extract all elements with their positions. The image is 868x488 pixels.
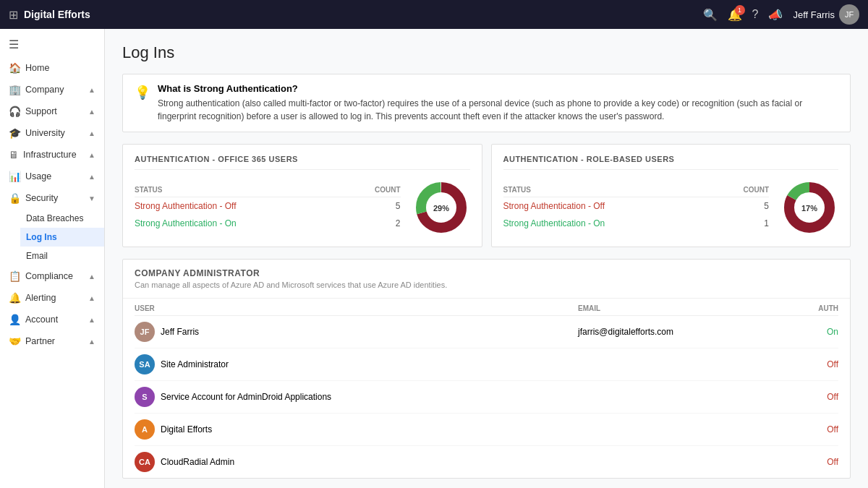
info-content: What is Strong Authentication? Strong au…: [158, 83, 838, 123]
hamburger-button[interactable]: ☰: [0, 32, 104, 57]
grid-icon: ⊞: [9, 8, 18, 22]
col-email-label: EMAIL: [578, 299, 793, 316]
compliance-icon: 📋: [9, 270, 21, 282]
avatar: JF: [135, 322, 155, 342]
user-auth: On: [793, 316, 838, 348]
col-auth-label: AUTH: [793, 299, 838, 316]
sidebar-item-infrastructure[interactable]: 🖥 Infrastructure ▲: [0, 144, 104, 166]
user-auth: Off: [793, 446, 838, 479]
auth-status-label: Strong Authentication - On: [135, 215, 346, 232]
sidebar-item-compliance[interactable]: 📋 Compliance ▲: [0, 265, 104, 287]
auth-role-inner: STATUS COUNT Strong Authentication - Off…: [503, 179, 839, 236]
col-status-label: STATUS: [135, 183, 346, 197]
sidebar-item-security[interactable]: 🔒 Security ▼: [0, 187, 104, 209]
table-row: Strong Authentication - Off 5: [503, 197, 770, 215]
company-admin-header: COMPANY ADMINISTRATOR Can manage all asp…: [123, 260, 850, 299]
auth-status-label: Strong Authentication - Off: [135, 197, 346, 215]
app-logo: ⊞ Digital Efforts: [9, 8, 90, 22]
user-auth: Off: [793, 348, 838, 381]
sidebar-item-home[interactable]: 🏠 Home: [0, 57, 104, 79]
chevron-down-icon: ▲: [88, 294, 95, 302]
user-name: CloudRadial Admin: [161, 457, 234, 467]
avatar: A: [135, 419, 155, 440]
avatar: CA: [135, 452, 155, 472]
sidebar-label-home: Home: [25, 63, 49, 73]
user-name: Digital Efforts: [161, 424, 212, 435]
col-user-label: USER: [135, 299, 578, 316]
sidebar-item-account[interactable]: 👤 Account ▲: [0, 309, 104, 330]
search-icon[interactable]: 🔍: [703, 8, 718, 22]
user-email: [578, 348, 793, 381]
help-icon[interactable]: ?: [752, 8, 759, 21]
user-email: [578, 381, 793, 414]
megaphone-icon[interactable]: 📣: [768, 8, 783, 22]
table-row: Strong Authentication - On 2: [135, 215, 401, 232]
user-name-cell: CA CloudRadial Admin: [135, 446, 578, 479]
usage-icon: 📊: [9, 171, 21, 182]
info-box: 💡 What is Strong Authentication? Strong …: [122, 74, 851, 132]
sidebar-label-account: Account: [25, 314, 58, 325]
topbar-actions: 🔍 🔔 1 ? 📣 Jeff Farris JF: [703, 4, 859, 25]
user-auth: Off: [793, 381, 838, 414]
sidebar-label-infrastructure: Infrastructure: [23, 150, 77, 160]
sidebar-item-partner[interactable]: 🤝 Partner ▲: [0, 330, 104, 352]
chevron-down-icon: ▲: [88, 273, 95, 281]
donut-chart-office365: 29%: [412, 179, 470, 236]
table-row: Strong Authentication - Off 5: [135, 197, 401, 215]
chevron-down-icon: ▲: [88, 86, 95, 94]
col-count-label: COUNT: [715, 183, 769, 197]
auth-office365-inner: STATUS COUNT Strong Authentication - Off…: [135, 179, 470, 236]
auth-cards-row: AUTHENTICATION - OFFICE 365 USERS STATUS…: [122, 144, 851, 247]
avatar: SA: [135, 354, 155, 374]
chevron-down-icon: ▲: [88, 316, 95, 324]
sidebar-item-email[interactable]: Email: [20, 247, 104, 265]
col-count-label: COUNT: [346, 183, 400, 197]
topbar: ⊞ Digital Efforts 🔍 🔔 1 ? 📣 Jeff Farris …: [0, 0, 868, 29]
sidebar-item-support[interactable]: 🎧 Support ▲: [0, 100, 104, 122]
info-title: What is Strong Authentication?: [158, 83, 838, 94]
app-title: Digital Efforts: [24, 9, 90, 20]
auth-status-label: Strong Authentication - Off: [503, 197, 715, 215]
auth-role-donut: 17%: [780, 179, 838, 236]
user-name: Service Account for AdminDroid Applicati…: [161, 392, 331, 402]
security-icon: 🔒: [9, 192, 21, 204]
sidebar-item-log-ins[interactable]: Log Ins: [20, 228, 104, 247]
sidebar-item-alerting[interactable]: 🔔 Alerting ▲: [0, 287, 104, 309]
notification-icon[interactable]: 🔔 1: [728, 8, 742, 22]
sidebar: ☰ 🏠 Home 🏢 Company ▲ 🎧 Support ▲ 🎓: [0, 29, 105, 488]
auth-role-card: AUTHENTICATION - ROLE-BASED USERS STATUS…: [491, 144, 851, 247]
auth-office365-table-wrap: STATUS COUNT Strong Authentication - Off…: [135, 183, 401, 232]
auth-count: 1: [715, 215, 769, 232]
col-status-label: STATUS: [503, 183, 715, 197]
donut-chart-role: 17%: [780, 179, 838, 236]
auth-count: 2: [346, 215, 400, 232]
user-email: [578, 414, 793, 446]
user-menu[interactable]: Jeff Farris JF: [793, 4, 859, 25]
sidebar-label-support: Support: [25, 106, 57, 116]
sidebar-item-university[interactable]: 🎓 University ▲: [0, 122, 104, 144]
company-admin-table: USER EMAIL AUTH JF Jeff Farris: [135, 299, 838, 478]
table-row: SA Site Administrator Off: [135, 348, 838, 381]
university-icon: 🎓: [9, 127, 21, 139]
sidebar-item-company[interactable]: 🏢 Company ▲: [0, 79, 104, 100]
sidebar-label-company: Company: [25, 85, 64, 95]
chevron-down-icon: ▼: [88, 194, 95, 202]
auth-count: 5: [715, 197, 769, 215]
auth-status-label: Strong Authentication - On: [503, 215, 715, 232]
user-email: jfarris@digitalefforts.com: [578, 316, 793, 348]
user-row-name: S Service Account for AdminDroid Applica…: [135, 387, 578, 407]
sidebar-label-log-ins: Log Ins: [26, 232, 57, 242]
sidebar-item-usage[interactable]: 📊 Usage ▲: [0, 166, 104, 187]
support-icon: 🎧: [9, 106, 21, 117]
table-row: CA CloudRadial Admin Off: [135, 446, 838, 479]
infrastructure-icon: 🖥: [9, 149, 19, 160]
info-icon: 💡: [135, 85, 150, 100]
auth-count: 5: [346, 197, 400, 215]
info-description: Strong authentication (also called multi…: [158, 97, 838, 123]
chevron-down-icon: ▲: [88, 338, 95, 346]
sidebar-item-data-breaches[interactable]: Data Breaches: [20, 209, 104, 228]
account-icon: 👤: [9, 314, 21, 325]
chevron-down-icon: ▲: [88, 108, 95, 116]
sidebar-label-university: University: [25, 128, 65, 138]
table-row: S Service Account for AdminDroid Applica…: [135, 381, 838, 414]
